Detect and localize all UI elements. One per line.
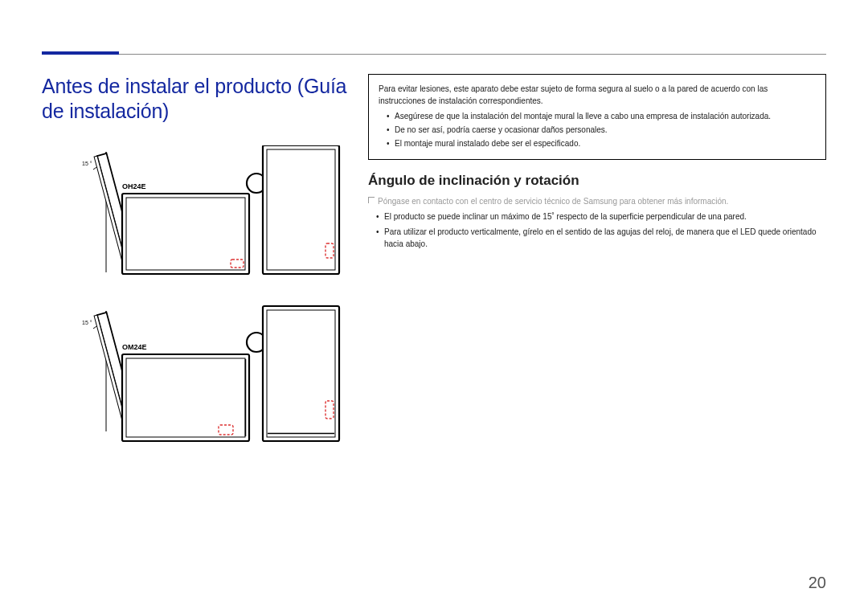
section-bullet-list: El producto se puede inclinar un máximo … [368,210,826,251]
diagram-model-1: 15 ° OH24E [42,145,357,282]
section-heading-tilt: Ángulo de inclinación y rotación [368,173,826,189]
page-container: Antes de instalar el producto (Guía de i… [0,0,868,613]
warning-box: Para evitar lesiones, este aparato debe … [368,74,826,160]
tilt-rotation-diagram-2: 15 ° OM24E [42,303,341,452]
section-note: Póngase en contacto con el centro de ser… [368,195,826,207]
warning-intro: Para evitar lesiones, este aparato debe … [379,83,816,107]
left-column: Antes de instalar el producto (Guía de i… [42,74,357,452]
tilt-angle-label-1: 15 ° [82,161,92,166]
svg-rect-21 [267,310,335,437]
right-column: Para evitar lesiones, este aparato debe … [357,74,826,452]
header-rule [42,54,826,55]
svg-rect-5 [126,198,245,270]
model-label-2: OM24E [122,343,147,351]
svg-rect-16 [126,358,245,437]
header-accent-bar [42,51,119,55]
warning-item: El montaje mural instalado debe ser el e… [387,137,816,149]
model-label-1: OH24E [122,182,146,190]
list-item: El producto se puede inclinar un máximo … [376,210,826,223]
warning-item: De no ser así, podría caerse y ocasionar… [387,124,816,136]
page-title: Antes de instalar el producto (Guía de i… [42,74,357,125]
svg-rect-9 [267,149,335,270]
list-item: Para utilizar el producto verticalmente,… [376,226,826,251]
diagram-model-2: 15 ° OM24E [42,303,357,452]
page-number: 20 [809,574,826,592]
warning-item: Asegúrese de que la instalación del mont… [387,110,816,122]
tilt-angle-label-2: 15 ° [82,320,92,325]
tilt-rotation-diagram-1: 15 ° OH24E [42,145,341,282]
content-row: Antes de instalar el producto (Guía de i… [42,74,826,452]
